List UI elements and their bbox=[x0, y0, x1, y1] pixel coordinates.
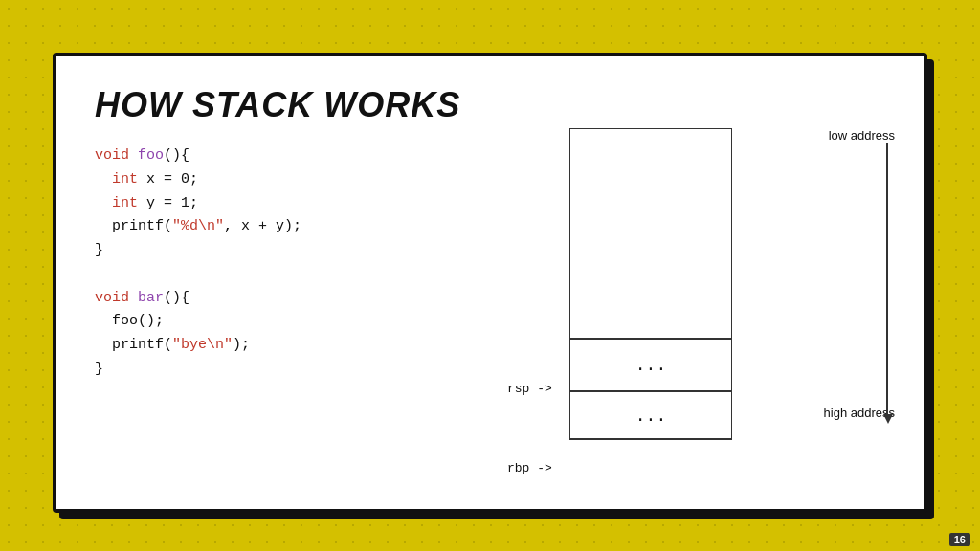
func-bar: bar bbox=[138, 290, 164, 306]
low-address-label: low address bbox=[829, 128, 895, 143]
address-arrow-line bbox=[886, 143, 888, 416]
stack-visual: ... ... rsp -> rbp -> bbox=[569, 128, 732, 501]
keyword-int1: int bbox=[112, 171, 138, 187]
stack-svg: ... ... bbox=[569, 128, 732, 501]
rbp-label: rbp -> bbox=[507, 461, 552, 475]
keyword-void1: void bbox=[95, 147, 138, 164]
slide-title: HOW STACK WORKS bbox=[95, 85, 885, 125]
stack-diagram: ... ... rsp -> rbp -> low address high a… bbox=[541, 128, 895, 520]
svg-text:...: ... bbox=[635, 356, 666, 375]
svg-text:...: ... bbox=[635, 407, 666, 426]
page-number: 16 bbox=[949, 533, 970, 546]
func-foo: foo bbox=[138, 147, 164, 164]
keyword-void2: void bbox=[95, 290, 138, 306]
svg-rect-0 bbox=[569, 128, 732, 339]
string-format: "%d\n" bbox=[172, 218, 224, 234]
rsp-label: rsp -> bbox=[507, 382, 552, 396]
string-bye: "bye\n" bbox=[172, 337, 233, 353]
slide-container: HOW STACK WORKS void foo(){ int x = 0; i… bbox=[53, 53, 927, 513]
keyword-int2: int bbox=[112, 195, 138, 211]
address-arrow-head bbox=[883, 414, 893, 424]
